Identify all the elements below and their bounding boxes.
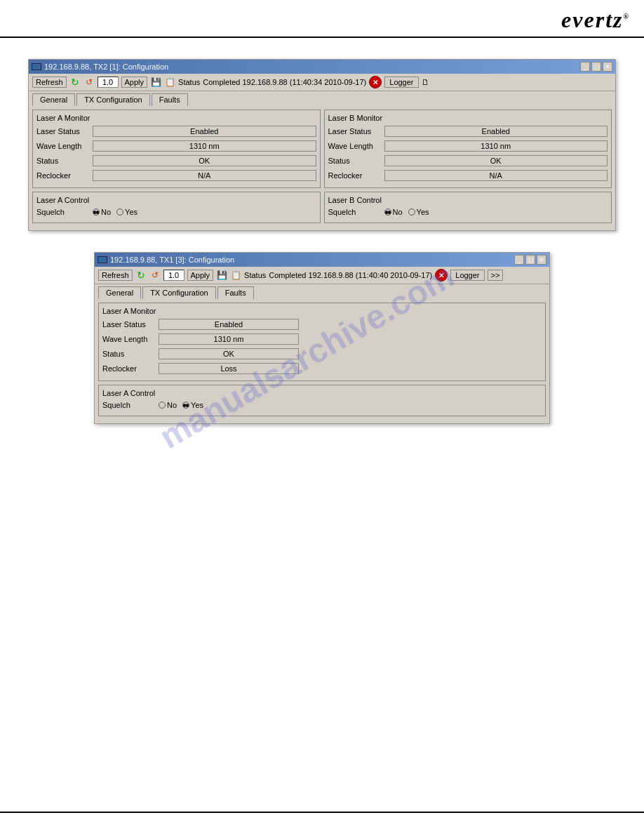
window1-laser-a-wavelength-label: Wave Length bbox=[36, 142, 93, 150]
window1-laser-b-no-radio[interactable] bbox=[384, 208, 391, 216]
window1-laser-b-wavelength-row: Wave Length 1310 nm bbox=[328, 140, 608, 152]
window2-refresh-label: Refresh bbox=[102, 271, 129, 279]
window2-laser-a-squelch-yes[interactable]: Yes bbox=[182, 401, 203, 409]
window2-laser-a-reclocker-row: Reclocker Loss bbox=[102, 362, 542, 375]
window2: 192.168.9.88, TX1 [3]: Configuration _ ◻… bbox=[94, 252, 550, 424]
window2-refresh-btn[interactable]: Refresh bbox=[98, 270, 133, 281]
window1-controls: _ ◻ ✕ bbox=[580, 62, 612, 72]
window1-laser-a-wavelength-value: 1310 nm bbox=[93, 140, 316, 152]
window2-version-input[interactable] bbox=[163, 270, 185, 281]
window1-laser-b-yes-radio[interactable] bbox=[408, 208, 415, 216]
window1-monitor-row: Laser A Monitor Laser Status Enabled Wav… bbox=[32, 110, 612, 192]
window2-disk-icon1[interactable]: 💾 bbox=[216, 270, 227, 281]
window1-laser-b-control-title: Laser B Control bbox=[328, 196, 608, 204]
window1-laser-b-status-value: Enabled bbox=[384, 126, 608, 137]
window1-restore-btn[interactable]: ◻ bbox=[591, 62, 601, 72]
bottom-border bbox=[0, 812, 644, 813]
window2-tabs: General TX Configuration Faults bbox=[95, 284, 549, 299]
window2-minimize-btn[interactable]: _ bbox=[514, 255, 524, 265]
window1-laser-b-reclocker-row: Reclocker N/A bbox=[328, 169, 608, 182]
window1-laser-b-squelch-row: Squelch No Yes bbox=[328, 207, 608, 217]
window1-laser-a-squelch-radios: No Yes bbox=[93, 208, 137, 216]
window1-laser-b-status-row: Laser Status Enabled bbox=[328, 125, 608, 138]
window1-laser-a-squelch-label: Squelch bbox=[36, 208, 93, 216]
window1-laser-a-squelch-row: Squelch No Yes bbox=[36, 207, 316, 217]
window1-title-icon bbox=[32, 63, 41, 70]
window1-stop-btn[interactable]: ✕ bbox=[369, 76, 382, 88]
logo: evertz® bbox=[561, 7, 630, 33]
window1-laser-a-status-row: Laser Status Enabled bbox=[36, 125, 316, 138]
window2-laser-a-reclocker-value: Loss bbox=[159, 363, 299, 374]
window1-disk-icon2[interactable]: 📋 bbox=[164, 77, 175, 88]
window1-laser-a-status2-label: Status bbox=[36, 157, 93, 165]
window1-laser-a-squelch-yes[interactable]: Yes bbox=[116, 208, 137, 216]
window2-laser-a-squelch-radios: No Yes bbox=[159, 401, 203, 409]
window2-title-text: 192.168.9.88, TX1 [3]: Configuration bbox=[110, 256, 234, 264]
window1-laser-b-status2-row: Status OK bbox=[328, 154, 608, 167]
window1-laser-b-squelch-yes[interactable]: Yes bbox=[408, 208, 429, 216]
window1-refresh-icon2[interactable]: ↺ bbox=[83, 77, 95, 88]
window1-logger-btn[interactable]: Logger bbox=[384, 77, 418, 88]
window2-refresh-icon1[interactable]: ↻ bbox=[135, 270, 147, 281]
window2-tab-general[interactable]: General bbox=[98, 286, 141, 299]
window1-laser-b-squelch-label: Squelch bbox=[328, 208, 384, 216]
window2-tab-faults[interactable]: Faults bbox=[217, 286, 254, 299]
window1-laser-a-status2-row: Status OK bbox=[36, 154, 316, 167]
window2-status-label: Status bbox=[244, 271, 266, 279]
window1-refresh-label: Refresh bbox=[36, 78, 63, 86]
window2-close-btn[interactable]: ✕ bbox=[537, 255, 546, 265]
window1-apply-btn[interactable]: Apply bbox=[121, 77, 148, 88]
window2-apply-label: Apply bbox=[191, 271, 210, 279]
window1-laser-b-status2-label: Status bbox=[328, 157, 384, 165]
window2-stop-btn[interactable]: ✕ bbox=[435, 269, 448, 282]
window2-restore-btn[interactable]: ◻ bbox=[525, 255, 535, 265]
header: evertz® bbox=[0, 0, 644, 38]
window1-disk-icon1[interactable]: 💾 bbox=[150, 77, 161, 88]
window2-laser-a-status2-row: Status OK bbox=[102, 348, 542, 360]
window2-tab-txconfig[interactable]: TX Configuration bbox=[142, 286, 216, 299]
window1-laser-b-status-label: Laser Status bbox=[328, 127, 384, 135]
window1-close-btn[interactable]: ✕ bbox=[603, 62, 612, 72]
window2-refresh-icon2[interactable]: ↺ bbox=[149, 270, 161, 281]
window2-logger-label: Logger bbox=[455, 271, 479, 279]
window1-laser-a-status-value: Enabled bbox=[93, 126, 316, 137]
window2-titlebar: 192.168.9.88, TX1 [3]: Configuration _ ◻… bbox=[95, 253, 549, 267]
window1-laser-a-no-radio[interactable] bbox=[93, 208, 100, 216]
window1-laser-b-wavelength-label: Wave Length bbox=[328, 142, 384, 150]
window1-laser-b-squelch-no[interactable]: No bbox=[384, 208, 403, 216]
window1-minimize-btn[interactable]: _ bbox=[580, 62, 590, 72]
window1-status-label: Status bbox=[178, 78, 200, 86]
window1-tab-txconfig[interactable]: TX Configuration bbox=[76, 93, 150, 106]
window1-laser-b-reclocker-label: Reclocker bbox=[328, 171, 384, 180]
window2-laser-a-squelch-no[interactable]: No bbox=[159, 401, 177, 409]
window1-tab-faults[interactable]: Faults bbox=[152, 93, 188, 106]
window2-laser-a-status-row: Laser Status Enabled bbox=[102, 318, 542, 331]
window2-logger-btn[interactable]: Logger bbox=[450, 270, 484, 281]
window2-laser-a-squelch-row: Squelch No Yes bbox=[102, 400, 542, 410]
window2-apply-btn[interactable]: Apply bbox=[187, 270, 214, 281]
window1-laser-b-reclocker-value: N/A bbox=[384, 170, 608, 181]
window1-laser-b-control: Laser B Control Squelch No bbox=[324, 192, 612, 223]
window1-laser-a-no-label: No bbox=[101, 208, 111, 216]
window1-refresh-btn[interactable]: Refresh bbox=[32, 77, 67, 88]
window1-laser-a-yes-radio[interactable] bbox=[116, 208, 123, 216]
window2-laser-a-wavelength-label: Wave Length bbox=[102, 335, 159, 343]
window1-laser-a-status2-value: OK bbox=[93, 155, 316, 166]
window2-controls: _ ◻ ✕ bbox=[514, 255, 546, 265]
window1-apply-label: Apply bbox=[125, 78, 145, 86]
window1-laser-a-squelch-no[interactable]: No bbox=[93, 208, 111, 216]
window2-laser-a-yes-label: Yes bbox=[191, 401, 203, 409]
window2-laser-a-no-radio[interactable] bbox=[159, 402, 166, 409]
window2-arrow-btn[interactable]: >> bbox=[488, 270, 504, 281]
window2-laser-a-yes-radio[interactable] bbox=[182, 402, 189, 409]
window1-tab-general[interactable]: General bbox=[32, 93, 75, 106]
window2-status-text: Completed 192.168.9.88 (11:40:40 2010-09… bbox=[269, 271, 432, 279]
window1-laser-b-monitor-title: Laser B Monitor bbox=[328, 114, 608, 122]
window1-version-input[interactable] bbox=[98, 77, 119, 88]
window1-refresh-icon1[interactable]: ↻ bbox=[69, 77, 81, 88]
window1-logger-label: Logger bbox=[389, 78, 413, 86]
window2-disk-icon2[interactable]: 📋 bbox=[230, 270, 241, 281]
window1-laser-b-wavelength-value: 1310 nm bbox=[384, 140, 608, 152]
window1-tabs: General TX Configuration Faults bbox=[29, 91, 615, 106]
window1-control-row: Laser A Control Squelch No bbox=[32, 192, 612, 227]
